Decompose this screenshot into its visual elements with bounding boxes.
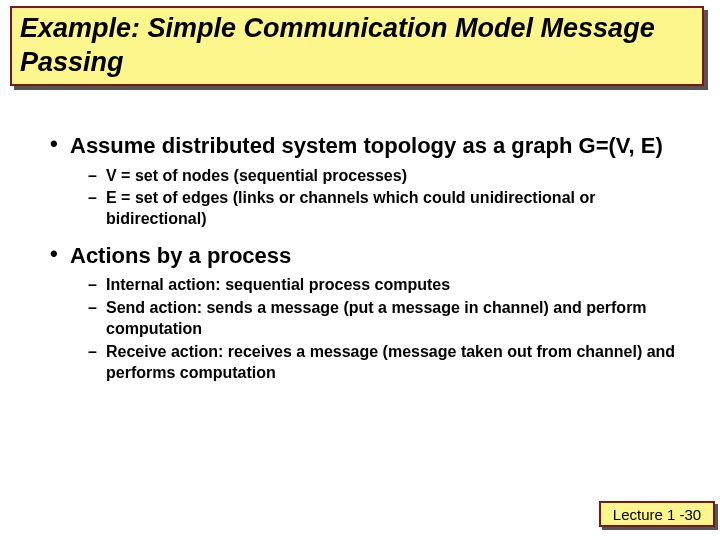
- sub-bullet-text: Receive action: receives a message (mess…: [106, 342, 680, 384]
- sub-bullet-item: – Internal action: sequential process co…: [88, 275, 680, 296]
- sub-bullet-item: – E = set of edges (links or channels wh…: [88, 188, 680, 230]
- sub-bullet-marker: –: [88, 275, 106, 296]
- sub-bullet-text: V = set of nodes (sequential processes): [106, 166, 407, 187]
- slide-title: Example: Simple Communication Model Mess…: [20, 12, 694, 80]
- sub-bullet-marker: –: [88, 298, 106, 340]
- bullet-marker: •: [50, 132, 70, 160]
- bullet-item: • Actions by a process: [50, 242, 680, 270]
- footer-box: Lecture 1 -30: [599, 501, 715, 527]
- sub-bullet-text: Send action: sends a message (put a mess…: [106, 298, 680, 340]
- slide-number: Lecture 1 -30: [613, 506, 701, 523]
- bullet-item: • Assume distributed system topology as …: [50, 132, 680, 160]
- bullet-marker: •: [50, 242, 70, 270]
- sub-bullet-text: E = set of edges (links or channels whic…: [106, 188, 680, 230]
- bullet-text: Actions by a process: [70, 242, 291, 270]
- sub-bullet-marker: –: [88, 342, 106, 384]
- sub-bullet-item: – V = set of nodes (sequential processes…: [88, 166, 680, 187]
- title-box: Example: Simple Communication Model Mess…: [10, 6, 704, 86]
- sub-bullet-item: – Receive action: receives a message (me…: [88, 342, 680, 384]
- sub-bullet-marker: –: [88, 166, 106, 187]
- sub-bullet-text: Internal action: sequential process comp…: [106, 275, 450, 296]
- sub-bullet-marker: –: [88, 188, 106, 230]
- bullet-text: Assume distributed system topology as a …: [70, 132, 663, 160]
- slide-content: • Assume distributed system topology as …: [50, 120, 680, 385]
- sub-bullet-item: – Send action: sends a message (put a me…: [88, 298, 680, 340]
